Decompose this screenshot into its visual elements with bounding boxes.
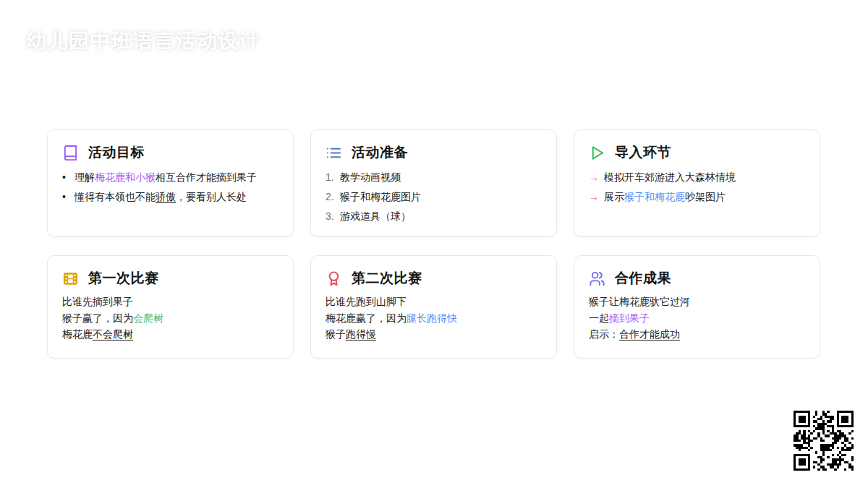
text-segment: 比谁先跑到山脚下	[326, 296, 407, 307]
card-activity-goals: 活动目标•理解梅花鹿和小猴相互合作才能摘到果子•懂得有本领也不能骄傲，要看别人长…	[47, 129, 294, 237]
card-line: 猴子跑得慢	[326, 326, 542, 343]
text-segment: 展示	[604, 191, 624, 202]
card-line: 比谁先跑到山脚下	[326, 294, 542, 310]
line-text: 梅花鹿赢了，因为腿长跑得快	[326, 310, 457, 327]
line-text: 猴子和梅花鹿图片	[340, 187, 421, 207]
card-title: 活动准备	[352, 143, 408, 162]
page-title: 幼儿园中班语言活动设计	[26, 27, 261, 55]
text-segment: 猴子	[326, 328, 346, 340]
text-segment: 游戏道具（球）	[340, 210, 411, 222]
line-text: 教学动画视频	[340, 168, 401, 187]
card-title: 活动目标	[88, 143, 145, 162]
card-introduction-section: 导入环节→模拟开车郊游进入大森林情境→展示猴子和梅花鹿吵架图片	[574, 129, 820, 237]
line-text: 梅花鹿不会爬树	[62, 326, 133, 343]
card-line: 3.游戏道具（球）	[326, 207, 542, 226]
card-title: 第二次比赛	[352, 269, 422, 288]
list-icon	[326, 145, 342, 161]
arrow-icon: →	[589, 168, 604, 187]
card-line: •懂得有本领也不能骄傲，要看别人长处	[62, 187, 278, 207]
card-second-competition: 第二次比赛比谁先跑到山脚下梅花鹿赢了，因为腿长跑得快猴子跑得慢	[310, 255, 557, 359]
card-body: →模拟开车郊游进入大森林情境→展示猴子和梅花鹿吵架图片	[589, 168, 805, 207]
card-line: 2.猴子和梅花鹿图片	[326, 187, 542, 207]
card-line: 比谁先摘到果子	[62, 294, 278, 310]
text-segment: 吵架图片	[685, 191, 726, 202]
card-line: →模拟开车郊游进入大森林情境	[589, 168, 805, 187]
line-text: 启示：合作才能成功	[589, 326, 680, 343]
text-segment: 一起	[589, 312, 609, 324]
card-line: 梅花鹿不会爬树	[62, 326, 278, 343]
cards-grid: 活动目标•理解梅花鹿和小猴相互合作才能摘到果子•懂得有本领也不能骄傲，要看别人长…	[47, 129, 820, 359]
users-icon	[589, 270, 605, 287]
number-marker: 2.	[326, 187, 340, 207]
card-body: •理解梅花鹿和小猴相互合作才能摘到果子•懂得有本领也不能骄傲，要看别人长处	[62, 168, 278, 207]
card-body: 猴子让梅花鹿驮它过河一起摘到果子启示：合作才能成功	[589, 294, 805, 343]
text-segment: 不会爬树	[93, 328, 133, 340]
card-line: 1.教学动画视频	[326, 168, 542, 187]
text-segment: 猴子让梅花鹿驮它过河	[589, 296, 690, 307]
text-segment: 比谁先摘到果子	[62, 296, 133, 307]
text-segment: 摘到果子	[609, 312, 650, 324]
text-segment: 理解	[75, 171, 95, 183]
bullet-marker: •	[62, 187, 75, 207]
text-segment: 合作才能成功	[619, 328, 680, 340]
line-text: 猴子跑得慢	[326, 326, 376, 343]
card-line: •理解梅花鹿和小猴相互合作才能摘到果子	[62, 168, 278, 187]
text-segment: 模拟开车郊游进入大森林情境	[604, 171, 736, 183]
arrow-icon: →	[589, 187, 604, 207]
card-line: →展示猴子和梅花鹿吵架图片	[589, 187, 805, 207]
text-segment: 猴子和梅花鹿	[624, 191, 685, 202]
text-segment: 会爬树	[133, 312, 163, 324]
line-text: 模拟开车郊游进入大森林情境	[604, 168, 736, 187]
text-segment: 教学动画视频	[340, 171, 401, 183]
text-segment: 懂得有本领也不能	[75, 191, 156, 202]
card-line: 启示：合作才能成功	[589, 326, 805, 343]
text-segment: 梅花鹿	[62, 328, 93, 340]
bullet-marker: •	[62, 168, 75, 187]
line-text: 比谁先摘到果子	[62, 294, 133, 310]
card-title: 第一次比赛	[88, 269, 159, 288]
text-segment: 启示：	[589, 328, 619, 340]
line-text: 懂得有本领也不能骄傲，要看别人长处	[75, 187, 247, 207]
card-body: 比谁先摘到果子猴子赢了，因为会爬树梅花鹿不会爬树	[62, 294, 278, 343]
card-first-competition: 第一次比赛比谁先摘到果子猴子赢了，因为会爬树梅花鹿不会爬树	[47, 255, 294, 359]
text-segment: 猴子和梅花鹿图片	[340, 191, 421, 202]
text-segment: 梅花鹿和小猴	[95, 171, 156, 183]
card-body: 比谁先跑到山脚下梅花鹿赢了，因为腿长跑得快猴子跑得慢	[326, 294, 542, 343]
qr-code	[793, 411, 854, 471]
text-segment: 相互合作才能摘到果子	[156, 171, 257, 183]
card-header: 第一次比赛	[62, 269, 278, 288]
card-header: 合作成果	[589, 269, 805, 288]
line-text: 比谁先跑到山脚下	[326, 294, 407, 310]
book-icon	[62, 145, 79, 161]
line-text: 展示猴子和梅花鹿吵架图片	[604, 187, 726, 207]
card-activity-preparation: 活动准备1.教学动画视频2.猴子和梅花鹿图片3.游戏道具（球）	[310, 129, 557, 237]
line-text: 理解梅花鹿和小猴相互合作才能摘到果子	[75, 168, 257, 187]
card-header: 活动目标	[62, 143, 278, 162]
card-line: 猴子赢了，因为会爬树	[62, 310, 278, 327]
line-text: 游戏道具（球）	[340, 207, 411, 226]
text-segment: 跑得慢	[346, 328, 376, 340]
text-segment: ，要看别人长处	[176, 191, 247, 202]
award-icon	[326, 270, 342, 287]
number-marker: 3.	[326, 207, 340, 226]
line-text: 一起摘到果子	[589, 310, 650, 327]
line-text: 猴子赢了，因为会爬树	[62, 310, 163, 327]
card-line: 猴子让梅花鹿驮它过河	[589, 294, 805, 310]
text-segment: 猴子赢了，因为	[62, 312, 133, 324]
number-marker: 1.	[326, 168, 340, 187]
card-cooperation-result: 合作成果猴子让梅花鹿驮它过河一起摘到果子启示：合作才能成功	[574, 255, 820, 359]
card-line: 梅花鹿赢了，因为腿长跑得快	[326, 310, 542, 327]
card-body: 1.教学动画视频2.猴子和梅花鹿图片3.游戏道具（球）	[326, 168, 542, 226]
text-segment: 梅花鹿赢了，因为	[326, 312, 407, 324]
line-text: 猴子让梅花鹿驮它过河	[589, 294, 690, 310]
play-icon	[589, 145, 605, 161]
card-header: 导入环节	[589, 143, 805, 162]
card-title: 合作成果	[615, 269, 671, 288]
card-header: 第二次比赛	[326, 269, 542, 288]
text-segment: 骄傲	[156, 191, 176, 202]
card-line: 一起摘到果子	[589, 310, 805, 327]
card-header: 活动准备	[326, 143, 542, 162]
film-icon	[62, 270, 79, 287]
text-segment: 腿长跑得快	[407, 312, 457, 324]
card-title: 导入环节	[615, 143, 671, 162]
